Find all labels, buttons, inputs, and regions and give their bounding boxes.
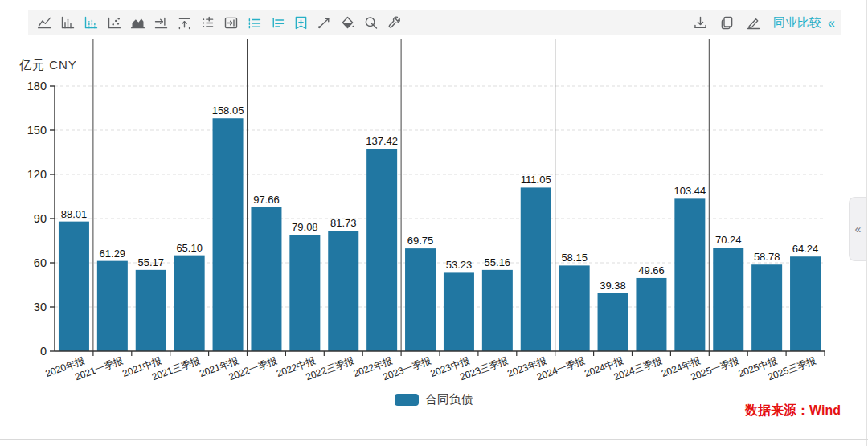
- bar[interactable]: [289, 235, 320, 351]
- panel-collapse-chevron-icon: «: [855, 223, 862, 235]
- bar-value-label: 55.16: [485, 256, 511, 268]
- bar-value-label: 158.05: [212, 104, 244, 117]
- bar[interactable]: [559, 265, 590, 351]
- bar-value-label: 103.44: [674, 185, 706, 197]
- bar-value-label: 55.17: [137, 256, 164, 268]
- bar-value-label: 81.73: [330, 217, 357, 229]
- bar-value-label: 70.24: [715, 234, 742, 246]
- y-tick-label: 0: [40, 345, 47, 358]
- bar[interactable]: [405, 248, 436, 351]
- bar-value-label: 39.38: [600, 280, 626, 292]
- bar[interactable]: [59, 222, 89, 351]
- bar-value-label: 111.05: [521, 174, 551, 186]
- y-tick-label: 180: [27, 80, 47, 92]
- bar[interactable]: [713, 248, 743, 351]
- chart-widget: 同业比较 « 亿元 CNY 88.0161.2955.1765.10158.05…: [0, 0, 868, 446]
- bar[interactable]: [636, 278, 666, 351]
- bar[interactable]: [751, 264, 782, 351]
- bar[interactable]: [521, 187, 551, 351]
- bar-value-label: 65.10: [176, 242, 203, 254]
- bar[interactable]: [174, 256, 205, 351]
- y-tick-label: 90: [34, 212, 47, 225]
- bar-value-label: 49.66: [638, 264, 665, 276]
- chart-legend: 合同负债: [0, 392, 868, 407]
- bar-value-label: 79.08: [292, 221, 318, 233]
- bar[interactable]: [136, 270, 166, 351]
- bar-value-label: 58.15: [561, 252, 588, 264]
- y-tick-label: 30: [34, 301, 47, 313]
- bar[interactable]: [328, 231, 358, 351]
- bar-value-label: 137.42: [366, 135, 398, 147]
- bar[interactable]: [444, 272, 474, 351]
- legend-label[interactable]: 合同负债: [425, 392, 473, 407]
- bar-value-label: 53.23: [446, 259, 473, 271]
- bar[interactable]: [251, 207, 281, 351]
- bar-value-label: 69.75: [407, 235, 434, 247]
- bar[interactable]: [97, 261, 128, 351]
- right-divider: [866, 0, 867, 446]
- bar-value-label: 88.01: [61, 208, 88, 220]
- bar-value-label: 97.66: [253, 194, 280, 206]
- y-tick-label: 60: [34, 256, 47, 269]
- legend-swatch[interactable]: [395, 394, 419, 406]
- bar[interactable]: [598, 293, 628, 351]
- side-panel-collapse-handle[interactable]: «: [849, 197, 866, 261]
- bottom-divider: [0, 439, 868, 440]
- data-source-label: 数据来源：Wind: [745, 403, 841, 419]
- bar[interactable]: [790, 256, 821, 351]
- bar-chart-canvas: 88.0161.2955.1765.10158.0597.6679.0881.7…: [0, 0, 868, 446]
- bar-value-label: 64.24: [792, 243, 819, 255]
- bar[interactable]: [482, 270, 513, 351]
- bar-value-label: 61.29: [100, 248, 126, 260]
- bar[interactable]: [366, 149, 397, 351]
- bar[interactable]: [674, 198, 705, 351]
- bar-value-label: 58.78: [754, 251, 780, 263]
- y-tick-label: 120: [27, 168, 47, 181]
- y-tick-label: 150: [27, 124, 47, 137]
- bar[interactable]: [213, 118, 244, 351]
